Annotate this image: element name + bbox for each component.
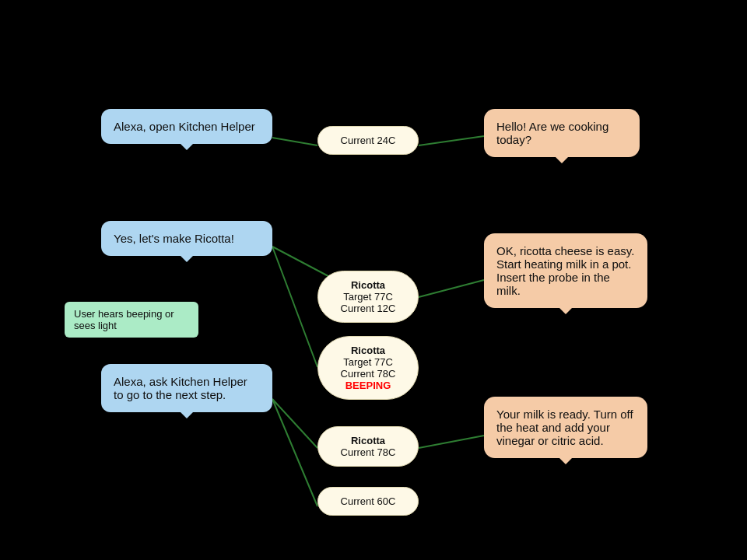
sensor-pill-1-line1: Current 24C [341, 135, 396, 146]
sensor-pill-4-title: Ricotta [329, 435, 407, 446]
alexa-bubble-3-text: Your milk is ready. Turn off the heat an… [496, 408, 633, 447]
notification-box: User hears beeping or sees light [65, 302, 198, 338]
sensor-pill-3: Ricotta Target 77C Current 78C BEEPING [317, 336, 419, 400]
sensor-pill-2-current: Current 12C [329, 303, 407, 314]
svg-line-0 [272, 138, 317, 145]
alexa-bubble-2-text: OK, ricotta cheese is easy. Start heatin… [496, 244, 634, 297]
alexa-bubble-1-text: Hello! Are we cooking today? [496, 120, 608, 146]
sensor-pill-3-title: Ricotta [329, 345, 407, 356]
sensor-pill-5: Current 60C [317, 487, 419, 516]
notification-box-text: User hears beeping or sees light [74, 308, 174, 331]
svg-line-4 [272, 247, 317, 367]
svg-line-5 [272, 399, 317, 448]
sensor-pill-3-target: Target 77C [329, 356, 407, 368]
sensor-pill-3-beeping: BEEPING [329, 380, 407, 391]
alexa-bubble-1: Hello! Are we cooking today? [484, 109, 640, 157]
user-bubble-3-text: Alexa, ask Kitchen Helper to go to the n… [114, 375, 247, 401]
user-bubble-2-text: Yes, let's make Ricotta! [114, 232, 234, 245]
sensor-pill-4-current: Current 78C [329, 446, 407, 458]
sensor-pill-2-title: Ricotta [329, 279, 407, 291]
user-bubble-2: Yes, let's make Ricotta! [101, 221, 272, 256]
user-bubble-1: Alexa, open Kitchen Helper [101, 109, 272, 144]
svg-line-7 [272, 399, 317, 506]
svg-line-3 [419, 280, 484, 297]
sensor-pill-1: Current 24C [317, 126, 419, 155]
svg-line-6 [419, 436, 484, 448]
user-bubble-3: Alexa, ask Kitchen Helper to go to the n… [101, 364, 272, 412]
diagram-container: Alexa, open Kitchen Helper Yes, let's ma… [0, 0, 747, 560]
sensor-pill-2: Ricotta Target 77C Current 12C [317, 271, 419, 323]
svg-line-1 [419, 136, 484, 145]
sensor-pill-4: Ricotta Current 78C [317, 426, 419, 467]
sensor-pill-3-current: Current 78C [329, 368, 407, 380]
alexa-bubble-3: Your milk is ready. Turn off the heat an… [484, 397, 647, 458]
sensor-pill-5-line1: Current 60C [341, 495, 396, 507]
alexa-bubble-2: OK, ricotta cheese is easy. Start heatin… [484, 233, 647, 308]
user-bubble-1-text: Alexa, open Kitchen Helper [114, 120, 255, 133]
sensor-pill-2-target: Target 77C [329, 291, 407, 303]
